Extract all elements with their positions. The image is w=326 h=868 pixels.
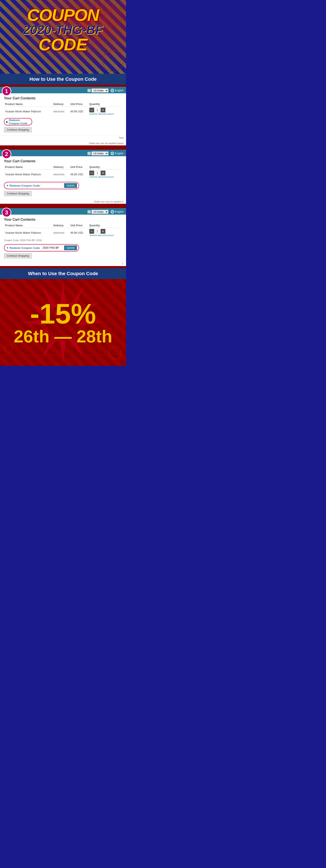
- col-quantity-2: Quantity: [88, 165, 122, 169]
- step-2-cart-panel: US Dollar Euro GBP English Your Cart Con…: [0, 150, 126, 204]
- grid-icon-3: [88, 210, 91, 213]
- qty-minus-3[interactable]: −: [89, 229, 94, 234]
- qty-plus-3[interactable]: +: [101, 229, 105, 234]
- lang-label-1: English: [115, 89, 124, 92]
- discount-dates: 26th — 28th: [14, 328, 112, 345]
- step-1-section: 1 US Dollar Euro GBP English: [0, 85, 126, 148]
- hero-content: COUPON 2020-THG-BF CODE: [4, 6, 122, 53]
- hero-code-line: 2020-THG-BF: [4, 24, 122, 36]
- continue-btn-1[interactable]: Continue Shopping: [4, 127, 32, 132]
- vol-discount-link-3[interactable]: Volume discount prices: [89, 234, 121, 237]
- cart-2-table: Product Name Delivery Unit Price Quantit…: [4, 165, 122, 179]
- redeem-link-3[interactable]: ▼ Redeem Coupon Code: [6, 246, 40, 250]
- lang-btn-2[interactable]: English: [111, 152, 124, 155]
- col-quantity-3: Quantity: [88, 223, 122, 228]
- how-to-title: How to Use the Coupon Code: [4, 76, 122, 82]
- globe-icon-2: [111, 152, 114, 155]
- when-to-title: When to Use the Coupon Code: [4, 271, 122, 276]
- globe-icon-3: [111, 210, 114, 214]
- table-row: Youtube Movie Maker Platinum electronic …: [4, 169, 122, 180]
- qty-value-3: 1: [95, 229, 100, 234]
- product-qty-2: − 1 + Volume discount prices: [88, 169, 122, 180]
- step-3-cart-panel: US Dollar Euro GBP English Your Cart Con…: [0, 208, 126, 266]
- update-btn-3[interactable]: Update: [64, 245, 77, 250]
- table-row: Youtube Movie Maker Platinum electronic …: [4, 228, 122, 238]
- hero-coupon-text: COUPON: [4, 6, 122, 24]
- product-delivery-2: electronic: [52, 169, 69, 180]
- sales-tax-1: (Sales tax may be applied based: [0, 141, 126, 145]
- redeem-link-2[interactable]: ▼ Redeem Coupon Code: [6, 184, 40, 187]
- hero-section: COUPON 2020-THG-BF CODE: [0, 0, 126, 74]
- continue-btn-2[interactable]: Continue Shopping: [4, 191, 32, 196]
- redeem-label-2: Redeem Coupon Code: [9, 184, 40, 187]
- step-2-badge: 2: [2, 149, 11, 159]
- vol-discount-link-2[interactable]: Volume discount prices: [89, 176, 121, 178]
- col-price-1: Unit Price: [69, 102, 88, 106]
- deco-circle-bottom-left: [4, 344, 13, 353]
- discount-section: -15% 26th — 28th: [0, 279, 126, 366]
- lang-btn-3[interactable]: English: [111, 210, 124, 214]
- redeem-link-1[interactable]: ▶ Redeem Coupon Code: [6, 119, 30, 125]
- product-delivery-3: electronic: [52, 228, 69, 238]
- step-2-section: 2 US Dollar Euro GBP English: [0, 148, 126, 206]
- lang-btn-1[interactable]: English: [111, 89, 124, 92]
- qty-controls-2: − 1 +: [89, 170, 121, 175]
- product-price-3: 49.99 USD: [69, 228, 88, 238]
- cart-3-table: Product Name Delivery Unit Price Quantit…: [4, 223, 122, 238]
- coupon-input-3[interactable]: [41, 245, 63, 250]
- continue-btn-3[interactable]: Continue Shopping: [4, 253, 32, 258]
- currency-dropdown-2[interactable]: US Dollar Euro GBP: [91, 152, 108, 155]
- update-btn-2[interactable]: Update: [64, 183, 77, 188]
- vol-discount-link-1[interactable]: Volume discount prices: [89, 113, 121, 115]
- currency-dropdown-1[interactable]: US Dollar Euro GBP: [91, 89, 108, 92]
- product-qty-3: − 1 + Volume discount prices: [88, 228, 122, 238]
- product-price-2: 49.99 USD: [69, 169, 88, 180]
- continue-row-3: Continue Shopping: [4, 251, 122, 258]
- lang-label-2: English: [115, 152, 124, 155]
- globe-icon-1: [111, 89, 114, 92]
- step-1-badge: 1: [2, 86, 11, 96]
- step-1-cart-panel: US Dollar Euro GBP English Your Cart Con…: [0, 87, 126, 145]
- deco-circle-4: [102, 50, 124, 72]
- qty-minus-2[interactable]: −: [89, 170, 94, 175]
- col-quantity-1: Quantity: [88, 102, 122, 106]
- coupon-input-2[interactable]: [41, 183, 63, 188]
- sales-tax-2: (Sales tax may be applied b: [0, 199, 126, 204]
- qty-controls-3: − 1 +: [89, 229, 121, 234]
- qty-controls-1: − 1 +: [89, 107, 121, 113]
- redeem-circle-3: ▼ Redeem Coupon Code Update: [4, 244, 79, 251]
- col-product-name-3: Product Name: [4, 223, 52, 228]
- cart-1-header: US Dollar Euro GBP English: [0, 88, 126, 93]
- redeem-label-3: Redeem Coupon Code: [9, 246, 40, 250]
- col-product-name-2: Product Name: [4, 165, 52, 169]
- continue-row-1: Continue Shopping: [4, 125, 122, 132]
- cart-3-header: US Dollar Euro GBP English: [0, 209, 126, 215]
- qty-plus-2[interactable]: +: [101, 170, 105, 175]
- currency-dropdown-3[interactable]: US Dollar Euro GBP: [91, 210, 108, 214]
- currency-selector-2[interactable]: US Dollar Euro GBP: [88, 152, 108, 155]
- redeem-row-1: ▶ Redeem Coupon Code: [4, 118, 122, 125]
- currency-selector-1[interactable]: US Dollar Euro GBP: [88, 89, 108, 92]
- col-delivery-2: Delivery: [52, 165, 69, 169]
- cart-3-body: Your Cart Contents Product Name Delivery…: [0, 215, 126, 260]
- when-to-banner: When to Use the Coupon Code: [0, 268, 126, 279]
- cart-2-title: Your Cart Contents: [4, 159, 122, 163]
- qty-value-1: 1: [95, 108, 100, 112]
- col-delivery-1: Delivery: [52, 102, 69, 106]
- qty-minus-1[interactable]: −: [89, 107, 94, 113]
- continue-row-2: Continue Shopping: [4, 189, 122, 196]
- col-product-name-1: Product Name: [4, 102, 52, 106]
- product-name-1: Youtube Movie Maker Platinum: [4, 106, 52, 117]
- product-name-2: Youtube Movie Maker Platinum: [4, 169, 52, 180]
- step-3-section: 3 US Dollar Euro GBP English: [0, 206, 126, 268]
- qty-plus-1[interactable]: +: [101, 107, 105, 113]
- cart-2-header: US Dollar Euro GBP English: [0, 151, 126, 156]
- product-delivery-1: electronic: [52, 106, 69, 117]
- col-price-2: Unit Price: [69, 165, 88, 169]
- discount-percent: -15%: [30, 300, 96, 328]
- currency-selector-3[interactable]: US Dollar Euro GBP: [88, 210, 108, 214]
- redeem-row-3: ▼ Redeem Coupon Code Update: [4, 243, 122, 251]
- redeem-label-1: Redeem Coupon Code: [9, 119, 30, 125]
- redeem-circle-2: ▼ Redeem Coupon Code Update: [4, 182, 79, 189]
- how-to-banner: How to Use the Coupon Code: [0, 74, 126, 85]
